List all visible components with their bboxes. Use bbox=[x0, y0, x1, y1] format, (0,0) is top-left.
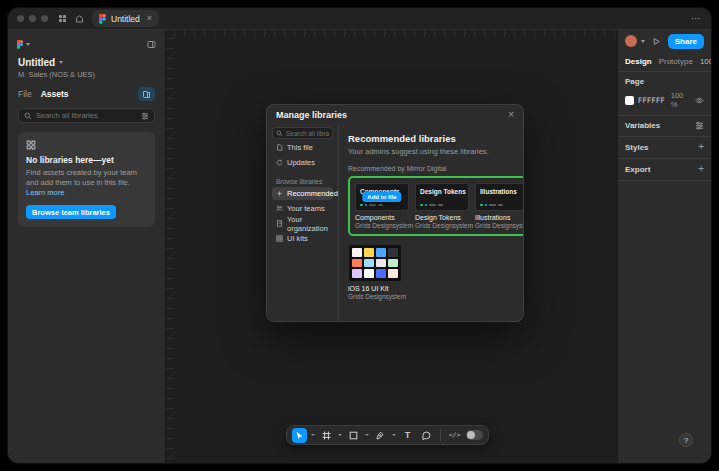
variables-settings-icon[interactable] bbox=[695, 121, 704, 130]
figma-window: Untitled × ⋯ Untitled M. Sales (NOS & UE… bbox=[8, 8, 711, 463]
library-name: Components bbox=[355, 214, 409, 221]
pen-tool-chevron-icon[interactable] bbox=[392, 434, 396, 436]
library-card-design-tokens[interactable]: Design Tokens Design Tokens Grids Design… bbox=[415, 183, 469, 229]
vertical-ruler bbox=[166, 38, 174, 463]
variables-section: Variables bbox=[618, 116, 711, 137]
learn-more-link[interactable]: Learn more bbox=[26, 188, 64, 197]
refresh-icon bbox=[276, 159, 283, 166]
modal-title: Manage libraries bbox=[276, 110, 347, 120]
toolbar-divider bbox=[440, 429, 441, 441]
recommended-libraries-highlight: Components Add to file Components Grids … bbox=[348, 176, 523, 236]
zoom-window-icon[interactable] bbox=[41, 15, 48, 22]
pen-tool-icon[interactable] bbox=[373, 428, 388, 443]
library-name: Illustrations bbox=[475, 214, 523, 221]
dev-mode-toggle[interactable] bbox=[466, 430, 483, 440]
assets-search[interactable] bbox=[18, 108, 155, 123]
export-section: Export + bbox=[618, 159, 711, 181]
help-button[interactable]: ? bbox=[679, 433, 693, 447]
modal-search[interactable] bbox=[272, 127, 333, 139]
window-controls[interactable] bbox=[17, 15, 48, 22]
file-tab-title: Untitled bbox=[111, 14, 140, 24]
tab-file[interactable]: File bbox=[18, 89, 32, 99]
zoom-menu[interactable]: 100% bbox=[700, 57, 711, 66]
minimize-window-icon[interactable] bbox=[29, 15, 36, 22]
library-thumbnail: Components Add to file bbox=[355, 183, 409, 211]
assets-search-input[interactable] bbox=[36, 111, 137, 120]
avatar-chevron-down-icon[interactable] bbox=[641, 40, 645, 43]
collapse-sidebar-icon[interactable] bbox=[147, 40, 156, 49]
library-card-components[interactable]: Components Add to file Components Grids … bbox=[355, 183, 409, 229]
nav-recommended[interactable]: Recommended bbox=[272, 187, 333, 200]
nav-your-teams[interactable]: Your teams bbox=[272, 202, 333, 215]
project-name: M. Sales (NOS & UES) bbox=[8, 68, 165, 79]
library-card-ios16-ui-kit[interactable]: iOS 16 UI Kit Grids Designsystem bbox=[348, 244, 402, 300]
empty-state-title: No libraries here—yet bbox=[26, 155, 147, 165]
recommended-by-label: Recommended by Mirror Digital bbox=[348, 165, 514, 172]
nav-your-organization[interactable]: Your organization bbox=[272, 217, 333, 230]
search-icon bbox=[24, 112, 32, 120]
figma-logo-icon bbox=[99, 14, 106, 24]
close-window-icon[interactable] bbox=[17, 15, 24, 22]
library-card-illustrations[interactable]: Illustrations Illustrations Grids Design… bbox=[475, 183, 523, 229]
present-play-icon[interactable] bbox=[652, 37, 661, 46]
move-tool-icon[interactable] bbox=[292, 428, 307, 443]
tab-design[interactable]: Design bbox=[625, 57, 652, 66]
right-sidebar: Share Design Prototype 100% Page FFFFFF … bbox=[617, 30, 711, 463]
add-export-icon[interactable]: + bbox=[698, 164, 704, 174]
nav-section-label: Browse libraries bbox=[276, 178, 333, 185]
library-author: Grids Designsystem bbox=[415, 222, 469, 229]
more-menu-icon[interactable]: ⋯ bbox=[691, 13, 702, 24]
assets-grid-icon bbox=[26, 140, 147, 150]
team-library-button[interactable] bbox=[138, 87, 155, 101]
library-name: Design Tokens bbox=[415, 214, 469, 221]
modal-content: Recommended libraries Your admins sugges… bbox=[339, 125, 523, 321]
dev-mode-icon[interactable]: </> bbox=[447, 428, 462, 443]
library-name: iOS 16 UI Kit bbox=[348, 285, 402, 292]
move-tool-chevron-icon[interactable] bbox=[311, 434, 315, 436]
shape-tool-icon[interactable] bbox=[346, 428, 361, 443]
export-label: Export bbox=[625, 165, 650, 174]
recommended-heading: Recommended libraries bbox=[348, 133, 514, 144]
close-modal-icon[interactable]: × bbox=[508, 110, 514, 120]
sparkle-icon bbox=[276, 190, 283, 197]
page-color-row[interactable]: FFFFFF 100 % bbox=[625, 91, 704, 109]
page-color-hex[interactable]: FFFFFF bbox=[638, 96, 665, 105]
figma-main-menu-icon[interactable] bbox=[17, 40, 30, 49]
share-button[interactable]: Share bbox=[668, 34, 704, 49]
nav-ui-kits[interactable]: UI kits bbox=[272, 232, 333, 245]
home-icon[interactable] bbox=[75, 14, 84, 23]
filter-icon[interactable] bbox=[141, 112, 149, 120]
building-icon bbox=[276, 220, 283, 227]
library-thumbnail: Design Tokens bbox=[415, 183, 469, 211]
search-icon bbox=[276, 130, 283, 137]
grid-icon bbox=[276, 235, 283, 242]
close-tab-icon[interactable]: × bbox=[147, 14, 152, 23]
add-style-icon[interactable]: + bbox=[698, 142, 704, 152]
modal-search-input[interactable] bbox=[286, 130, 329, 137]
nav-updates[interactable]: Updates bbox=[272, 156, 333, 169]
file-name[interactable]: Untitled bbox=[8, 52, 165, 68]
window-topbar: Untitled × ⋯ bbox=[8, 8, 711, 30]
apps-grid-icon[interactable] bbox=[58, 14, 67, 23]
page-color-swatch[interactable] bbox=[625, 96, 634, 105]
tab-assets[interactable]: Assets bbox=[41, 89, 69, 99]
add-to-file-button[interactable]: Add to file bbox=[362, 192, 401, 202]
file-tab[interactable]: Untitled × bbox=[92, 10, 159, 27]
text-tool-icon[interactable]: T bbox=[400, 428, 415, 443]
comment-tool-icon[interactable] bbox=[419, 428, 434, 443]
horizontal-ruler bbox=[174, 30, 617, 38]
frame-tool-icon[interactable] bbox=[319, 428, 334, 443]
shape-tool-chevron-icon[interactable] bbox=[365, 434, 369, 436]
page-color-opacity[interactable]: 100 % bbox=[671, 91, 691, 109]
frame-tool-chevron-icon[interactable] bbox=[338, 434, 342, 436]
empty-state-body: Find assets created by your team and add… bbox=[26, 168, 147, 198]
library-thumbnail: Illustrations bbox=[475, 183, 523, 211]
tab-prototype[interactable]: Prototype bbox=[659, 57, 693, 66]
left-sidebar: Untitled M. Sales (NOS & UES) File Asset… bbox=[8, 30, 166, 463]
visibility-eye-icon[interactable] bbox=[695, 96, 704, 105]
nav-this-file[interactable]: This file bbox=[272, 141, 333, 154]
styles-section: Styles + bbox=[618, 137, 711, 159]
empty-libraries-card: No libraries here—yet Find assets create… bbox=[18, 132, 155, 227]
browse-team-libraries-button[interactable]: Browse team libraries bbox=[26, 205, 116, 219]
user-avatar[interactable] bbox=[625, 35, 637, 47]
